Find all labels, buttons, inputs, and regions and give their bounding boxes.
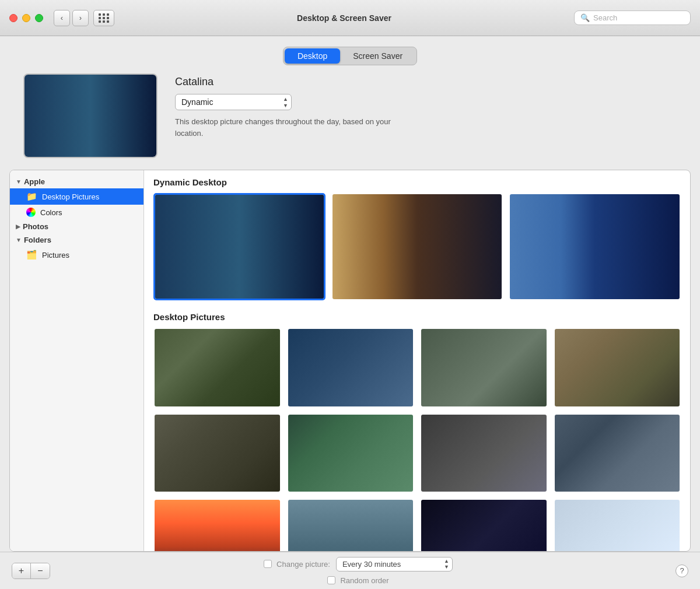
fullscreen-button[interactable]: [35, 14, 43, 22]
dynamic-thumb-3-image: [510, 194, 680, 299]
dynamic-thumb-1-image: [155, 195, 324, 299]
sidebar-item-pictures[interactable]: 🗂️ Pictures: [10, 247, 144, 263]
sidebar-section-folders[interactable]: ▼ Folders: [10, 233, 144, 247]
change-picture-label: Change picture:: [276, 560, 330, 569]
dynamic-thumb-2[interactable]: [331, 193, 503, 300]
sidebar-item-colors[interactable]: Colors: [10, 205, 144, 220]
dynamic-desktop-grid: [153, 193, 681, 300]
grid-view-button[interactable]: [93, 10, 114, 26]
triangle-icon: ▼: [16, 178, 22, 185]
style-select[interactable]: Dynamic Light (Still) Dark (Still): [175, 94, 292, 110]
random-order-checkbox[interactable]: [327, 576, 335, 584]
desktop-thumb-9[interactable]: [153, 499, 281, 551]
sidebar-section-apple[interactable]: ▼ Apple: [10, 175, 144, 188]
help-button[interactable]: ?: [676, 565, 688, 577]
tab-desktop[interactable]: Desktop: [285, 48, 340, 64]
wallpaper-grid: Dynamic Desktop Desktop Pictures: [144, 170, 690, 551]
pictures-folder-icon: 🗂️: [26, 250, 37, 260]
dynamic-desktop-title: Dynamic Desktop: [153, 177, 681, 187]
bottom-bar: + − Change picture: Every 5 seconds Ever…: [0, 552, 700, 589]
desktop-pictures-title: Desktop Pictures: [153, 312, 681, 322]
tab-screen-saver[interactable]: Screen Saver: [340, 48, 415, 64]
sidebar-item-colors-label: Colors: [40, 208, 62, 217]
sidebar-item-pictures-label: Pictures: [42, 251, 69, 260]
change-picture-checkbox-label[interactable]: Change picture:: [264, 560, 330, 569]
triangle-icon-photos: ▶: [16, 223, 20, 230]
folder-icon: 📁: [26, 191, 37, 202]
sidebar-section-photos[interactable]: ▶ Photos: [10, 220, 144, 233]
minimize-button[interactable]: [22, 14, 30, 22]
add-remove-buttons: + −: [12, 563, 50, 579]
random-order-row: Random order: [327, 576, 388, 585]
change-picture-checkbox[interactable]: [264, 560, 272, 568]
interval-select[interactable]: Every 5 seconds Every 1 minute Every 5 m…: [336, 557, 453, 572]
close-button[interactable]: [9, 14, 18, 22]
sidebar-section-photos-label: Photos: [23, 222, 48, 231]
desktop-thumb-1[interactable]: [153, 328, 281, 408]
dynamic-select: Dynamic Light (Still) Dark (Still) ▲ ▼: [175, 94, 397, 110]
desktop-thumb-4[interactable]: [554, 328, 681, 408]
segment-control-wrapper: Desktop Screen Saver: [0, 36, 700, 73]
segment-control: Desktop Screen Saver: [283, 47, 417, 65]
desktop-thumb-5[interactable]: [153, 413, 281, 493]
grid-icon: [99, 13, 110, 23]
dynamic-thumb-1[interactable]: [153, 193, 326, 300]
sidebar-section-folders-label: Folders: [24, 236, 51, 244]
search-bar: 🔍: [574, 10, 691, 25]
dynamic-thumb-2-image: [332, 194, 502, 299]
change-picture-row: Change picture: Every 5 seconds Every 1 …: [264, 557, 453, 572]
random-order-label: Random order: [340, 576, 388, 585]
desktop-thumb-10[interactable]: [287, 499, 415, 551]
triangle-icon-folders: ▼: [16, 237, 22, 243]
content-split: ▼ Apple 📁 Desktop Pictures Colors ▶ Phot…: [9, 170, 691, 552]
preview-image: [24, 75, 156, 157]
desktop-thumb-3[interactable]: [420, 328, 548, 408]
desktop-thumb-7[interactable]: [420, 413, 548, 493]
preview-thumbnail: [23, 73, 158, 158]
color-wheel-icon: [26, 208, 36, 217]
desktop-thumb-8[interactable]: [554, 413, 681, 493]
search-input[interactable]: [593, 13, 684, 22]
title-bar: ‹ › Desktop & Screen Saver 🔍: [0, 0, 700, 36]
back-button[interactable]: ‹: [54, 10, 70, 26]
sidebar: ▼ Apple 📁 Desktop Pictures Colors ▶ Phot…: [10, 170, 144, 551]
dynamic-thumb-3[interactable]: [509, 193, 681, 300]
nav-buttons: ‹ ›: [54, 10, 89, 26]
window-title: Desktop & Screen Saver: [114, 13, 574, 23]
preview-area: Catalina Dynamic Light (Still) Dark (Sti…: [0, 73, 700, 170]
style-select-wrapper: Dynamic Light (Still) Dark (Still) ▲ ▼: [175, 94, 292, 110]
random-order-checkbox-label[interactable]: Random order: [327, 576, 388, 585]
search-icon: 🔍: [580, 13, 590, 22]
preview-info: Catalina Dynamic Light (Still) Dark (Sti…: [175, 73, 397, 139]
preview-name: Catalina: [175, 76, 397, 88]
desktop-thumb-6[interactable]: [287, 413, 415, 493]
sidebar-item-desktop-pictures-label: Desktop Pictures: [42, 192, 99, 201]
desktop-pictures-grid: [153, 328, 681, 551]
interval-select-wrapper: Every 5 seconds Every 1 minute Every 5 m…: [336, 557, 453, 572]
desktop-thumb-11[interactable]: [420, 499, 548, 551]
traffic-lights: [9, 14, 43, 22]
remove-button[interactable]: −: [31, 563, 50, 579]
desktop-thumb-12[interactable]: [554, 499, 681, 551]
desktop-thumb-2[interactable]: [287, 328, 415, 408]
preview-description: This desktop picture changes throughout …: [175, 116, 397, 139]
sidebar-item-desktop-pictures[interactable]: 📁 Desktop Pictures: [10, 188, 144, 205]
add-button[interactable]: +: [12, 563, 31, 579]
sidebar-section-apple-label: Apple: [24, 177, 45, 186]
main-window: Desktop Screen Saver Catalina Dynamic Li…: [0, 36, 700, 589]
forward-button[interactable]: ›: [72, 10, 89, 26]
